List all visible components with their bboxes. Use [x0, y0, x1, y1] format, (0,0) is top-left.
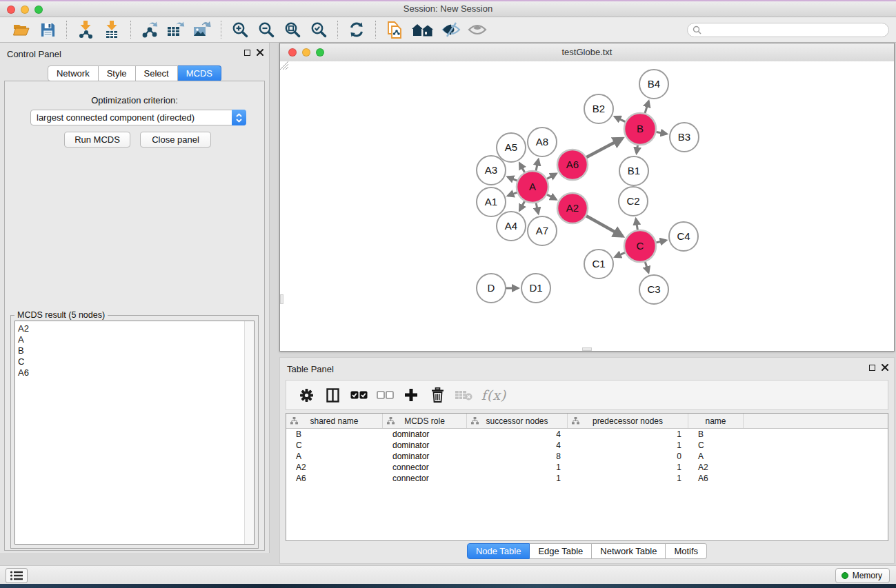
graph-node-A6[interactable]: A6	[557, 150, 588, 180]
column-header-successor-nodes[interactable]: successor nodes	[467, 414, 568, 428]
memory-label: Memory	[853, 571, 882, 580]
graph-node-C4[interactable]: C4	[669, 222, 698, 251]
toolbar-search[interactable]	[687, 23, 889, 37]
toolbar-separator	[130, 21, 131, 39]
network-graph[interactable]: B4B2BB3A8A5A6A3B1AA1C2A2A4A7CC4C1C3DD1	[280, 61, 894, 351]
close-panel-button[interactable]: Close panel	[140, 132, 211, 148]
graph-node-B3[interactable]: B3	[670, 123, 699, 152]
svg-text:A5: A5	[505, 141, 517, 153]
status-bar: Memory	[0, 565, 896, 584]
tab-network-table[interactable]: Network Table	[592, 543, 666, 559]
export-network-button[interactable]	[139, 19, 161, 40]
svg-text:A2: A2	[566, 202, 579, 214]
function-builder-button[interactable]: f(x)	[478, 385, 510, 405]
column-header-MCDS-role[interactable]: MCDS role	[383, 414, 467, 428]
graph-node-A7[interactable]: A7	[528, 216, 557, 245]
tab-network[interactable]: Network	[48, 65, 99, 81]
zoom-fit-button[interactable]	[281, 19, 303, 40]
select-all-button[interactable]	[347, 385, 370, 405]
desktop-background	[0, 584, 896, 588]
tab-node-table[interactable]: Node Table	[467, 543, 530, 559]
graph-node-A3[interactable]: A3	[477, 156, 506, 185]
graph-node-B2[interactable]: B2	[584, 94, 613, 123]
show-graphics-details-button[interactable]	[466, 19, 488, 40]
node-table[interactable]: shared nameMCDS rolesuccessor nodesprede…	[286, 413, 888, 541]
graph-node-C1[interactable]: C1	[584, 250, 613, 278]
table-cell: A	[286, 452, 383, 461]
export-table-button[interactable]	[165, 19, 187, 40]
resize-grip-icon[interactable]	[280, 61, 289, 70]
vertical-scroll-nub[interactable]	[280, 294, 283, 304]
graph-node-A5[interactable]: A5	[497, 133, 526, 162]
delete-table-button[interactable]	[452, 385, 475, 405]
column-header-name[interactable]: name	[688, 414, 744, 428]
tab-mcds[interactable]: MCDS	[178, 65, 221, 81]
table-cell: dominator	[383, 452, 467, 461]
import-network-button[interactable]	[74, 19, 97, 40]
zoom-out-button[interactable]	[255, 19, 277, 40]
graph-edge-A2-C[interactable]	[584, 214, 623, 236]
network-canvas[interactable]: B4B2BB3A8A5A6A3B1AA1C2A2A4A7CC4C1C3DD1	[280, 61, 894, 351]
graph-node-A4[interactable]: A4	[497, 212, 526, 241]
checked-boxes-icon	[350, 391, 368, 399]
graph-node-B1[interactable]: B1	[619, 156, 648, 185]
search-input[interactable]	[701, 25, 888, 36]
graph-node-C2[interactable]: C2	[619, 187, 648, 216]
zoom-in-button[interactable]	[229, 19, 251, 40]
memory-button[interactable]: Memory	[835, 568, 890, 583]
control-panel-title: Control Panel	[7, 49, 61, 59]
graph-node-A[interactable]: A	[517, 171, 548, 203]
graph-node-D1[interactable]: D1	[521, 274, 550, 303]
table-row[interactable]: Cdominator41C	[286, 440, 888, 451]
close-panel-icon[interactable]	[257, 49, 263, 56]
graph-node-C[interactable]: C	[624, 230, 656, 262]
graph-node-D[interactable]: D	[477, 274, 506, 303]
network-overview-button[interactable]	[410, 19, 436, 40]
zoom-selected-button[interactable]	[308, 19, 330, 40]
column-header-shared-name[interactable]: shared name	[286, 414, 383, 428]
horizontal-scroll-nub[interactable]	[582, 347, 592, 351]
graph-node-A2[interactable]: A2	[557, 193, 588, 223]
tab-select[interactable]: Select	[136, 65, 178, 81]
float-panel-icon[interactable]	[244, 50, 250, 56]
table-row[interactable]: A6connector11A6	[286, 473, 888, 484]
table-row[interactable]: A2connector11A2	[286, 462, 888, 473]
add-row-button[interactable]	[399, 385, 423, 405]
run-mcds-button[interactable]: Run MCDS	[64, 132, 130, 148]
close-table-panel-icon[interactable]	[882, 364, 888, 371]
deselect-all-button[interactable]	[373, 385, 397, 405]
list-scrollbar[interactable]	[244, 321, 254, 544]
table-row[interactable]: Bdominator41B	[286, 429, 888, 440]
graph-node-B[interactable]: B	[624, 113, 656, 145]
mcds-result-item[interactable]: C	[15, 356, 254, 367]
hide-graphics-details-button[interactable]	[440, 19, 462, 40]
open-session-button[interactable]	[10, 19, 32, 40]
float-table-panel-icon[interactable]	[869, 365, 875, 371]
column-header-predecessor-nodes[interactable]: predecessor nodes	[568, 414, 688, 428]
tab-style[interactable]: Style	[99, 65, 136, 81]
graph-node-C3[interactable]: C3	[639, 275, 668, 304]
graph-node-B4[interactable]: B4	[639, 70, 668, 99]
graph-node-A1[interactable]: A1	[477, 187, 506, 216]
save-session-button[interactable]	[37, 19, 59, 40]
optimization-criterion-select[interactable]: largest connected component (directed)	[30, 110, 246, 125]
delete-row-button[interactable]	[426, 385, 449, 405]
table-row[interactable]: Adominator80A	[286, 451, 888, 462]
export-image-button[interactable]	[191, 19, 213, 40]
mcds-result-item[interactable]: A	[15, 334, 254, 345]
import-table-button[interactable]	[101, 19, 123, 40]
graph-node-A8[interactable]: A8	[528, 128, 557, 156]
table-settings-button[interactable]	[295, 385, 318, 405]
network-window-titlebar[interactable]: testGlobe.txt	[280, 43, 894, 62]
graph-edge-A6-B[interactable]	[584, 139, 622, 159]
tab-motifs[interactable]: Motifs	[666, 543, 707, 559]
task-history-button[interactable]	[6, 568, 28, 583]
clone-network-button[interactable]	[384, 19, 406, 40]
show-columns-button[interactable]	[321, 385, 344, 405]
refresh-button[interactable]	[346, 19, 368, 40]
mcds-result-item[interactable]: B	[15, 345, 254, 356]
mcds-result-item[interactable]: A2	[15, 323, 254, 334]
mcds-result-item[interactable]: A6	[15, 367, 254, 378]
mcds-result-list[interactable]: A2ABCA6	[14, 321, 255, 545]
tab-edge-table[interactable]: Edge Table	[530, 543, 592, 559]
